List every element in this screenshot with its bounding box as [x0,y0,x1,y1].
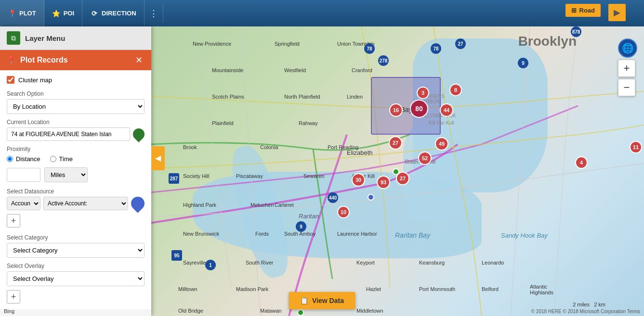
plot-records-header: 📍 Plot Records ✕ [0,50,151,70]
plot-label: PLOT [19,10,36,17]
overlay-section-label: Select Overlay [7,263,145,269]
cluster-52[interactable]: 52 [418,152,432,165]
direction-button[interactable]: ⟳ DIRECTION [82,0,145,26]
current-location-label: Current Location [7,119,145,126]
pin-icon: 📍 [7,56,16,65]
kill-van-kull-water [403,125,461,221]
time-radio-option[interactable]: Time [50,155,73,163]
distance-radio-option[interactable]: Distance [7,155,40,163]
proximity-section: Proximity Distance Time Miles [7,146,145,182]
direction-icon: ⟳ [90,9,99,18]
category-section-label: Select Category [7,234,145,241]
highway-9b: 9 [296,221,306,232]
highway-78: 78 [364,43,375,54]
close-plot-records-button[interactable]: ✕ [133,55,145,65]
zoom-in-button[interactable]: + [618,60,635,77]
category-select[interactable]: Select Category [7,243,145,258]
form-body: Cluster map Search Option By Location Cu… [0,70,151,309]
plot-icon: 📍 [8,9,16,18]
layer-menu-icon: ⧉ [7,31,20,45]
globe-button[interactable]: 🌐 [618,38,637,58]
poi-button[interactable]: ⭐ POI [44,0,82,26]
cluster-4[interactable]: 4 [575,156,588,169]
datasource-account-select[interactable]: Active Account: [43,197,128,210]
cluster-93[interactable]: 93 [377,176,390,189]
more-button[interactable]: ⋮ [145,4,163,23]
bing-attribution: Bing [4,308,14,314]
scale-km: 2 km [594,302,605,307]
overlay-select[interactable]: Select Overlay [7,271,145,286]
highway-95: 95 [171,250,182,261]
distance-label: Distance [16,155,40,163]
scale-bar: 2 miles 2 km [573,302,605,307]
cluster-8[interactable]: 8 [449,84,462,96]
add-datasource-button[interactable]: + [7,214,20,228]
search-option-label: Search Option [7,90,145,97]
highway-27: 27 [455,38,466,49]
cluster-16[interactable]: 16 [389,103,403,117]
distance-radio[interactable] [7,156,13,162]
highway-278: 278 [378,55,389,66]
poi-label: POI [64,10,74,17]
plot-records-title-text: Plot Records [20,56,68,64]
toolbar: 📍 PLOT ⭐ POI ⟳ DIRECTION ⋮ [0,0,644,26]
zoom-out-button[interactable]: − [618,79,635,96]
expand-map-button[interactable]: ▶ [608,4,626,21]
distance-input[interactable] [7,168,40,182]
scale-miles: 2 miles [573,302,590,307]
direction-label: DIRECTION [102,10,136,17]
cluster-27a[interactable]: 27 [389,136,402,150]
selected-region[interactable] [371,77,441,135]
view-data-label: View Data [312,297,344,304]
highway-440: 440 [328,192,338,203]
cluster-30[interactable]: 30 [352,173,365,187]
location-row [7,127,145,141]
sidebar: ⧉ Layer Menu 📍 Plot Records ✕ Cluster ma… [0,26,151,316]
highway-78b: 78 [431,43,441,54]
datasource-row: Accoun Active Account: [7,197,145,210]
cluster-80[interactable]: 80 [410,100,428,118]
highway-9: 9 [518,58,528,68]
expand-icon: ▶ [614,7,620,18]
distance-row: Miles [7,167,145,182]
collapse-icon: ◀ [155,153,161,163]
unit-select[interactable]: Miles [44,167,88,182]
proximity-radio-row: Distance Time [7,155,145,163]
blue-pin-button[interactable] [128,194,147,213]
view-data-icon: 📋 [300,297,308,304]
location-input[interactable] [7,127,130,141]
cluster-map-row: Cluster map [7,76,145,84]
green-location-dot-1 [393,168,399,175]
plot-records-title-group: 📍 Plot Records [7,56,68,65]
proximity-label: Proximity [7,146,145,152]
cluster-10[interactable]: 10 [337,206,350,218]
highway-878: 878 [571,26,581,37]
green-pin-button[interactable] [131,126,147,142]
datasource-section: Select Datasource Accoun Active Account: [7,188,145,210]
cluster-map-checkbox[interactable] [7,76,14,84]
datasource-label: Select Datasource [7,188,145,195]
green-location-dot-2 [297,309,304,316]
poi-icon: ⭐ [52,9,61,18]
cluster-44[interactable]: 44 [440,103,453,117]
time-radio[interactable] [50,156,56,162]
bing-label: Bing [4,308,14,314]
map-controls: 🌐 + − [618,38,637,96]
datasource-type-select[interactable]: Accoun [7,197,40,210]
view-data-button[interactable]: 📋 View Data [289,292,355,309]
highway-1: 1 [205,260,216,270]
cluster-3[interactable]: 3 [417,87,429,99]
layer-menu-header: ⧉ Layer Menu [0,26,151,50]
search-option-select[interactable]: By Location [7,99,145,114]
blue-location-dot [368,194,374,201]
road-type-label: Road [579,7,595,14]
add-bottom-button[interactable]: + [7,290,20,303]
cluster-49[interactable]: 49 [435,137,448,151]
cluster-map-label: Cluster map [18,76,52,84]
cluster-11[interactable]: 11 [630,141,642,153]
map-type-icon: ⊞ [571,7,577,14]
collapse-sidebar-button[interactable]: ◀ [151,146,165,170]
road-type-button[interactable]: ⊞ Road [565,4,601,17]
plot-button[interactable]: 📍 PLOT [0,0,44,26]
layer-menu-title: Layer Menu [25,34,65,42]
